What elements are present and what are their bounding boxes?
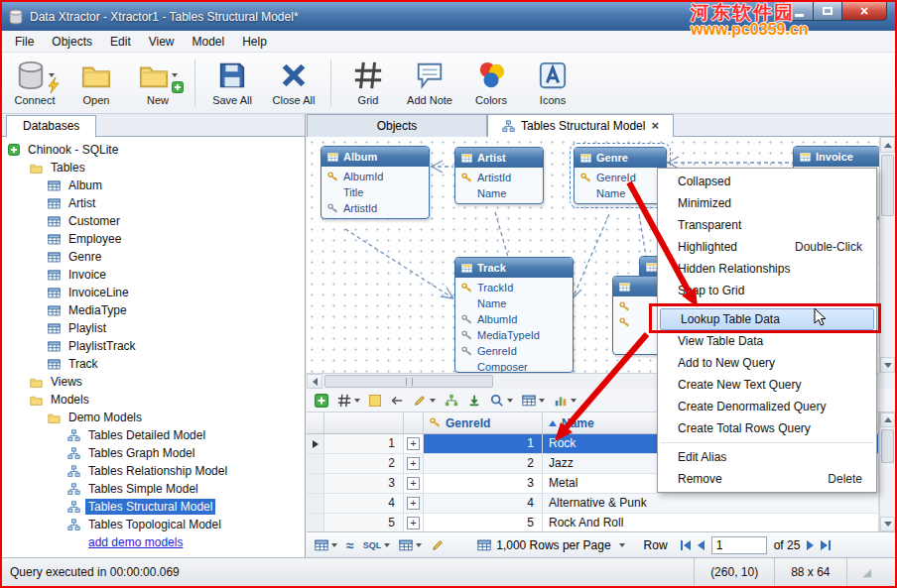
table-artist[interactable]: Artist ArtistId Name xyxy=(454,147,544,204)
layout-button[interactable] xyxy=(442,392,461,410)
tree-item-artist[interactable]: Artist xyxy=(2,194,305,212)
resize-grip[interactable] xyxy=(846,558,887,586)
context-menu-item-create-total-rows-query[interactable]: Create Total Rows Query xyxy=(658,417,876,439)
last-page-button[interactable] xyxy=(821,540,831,550)
tree-item-playlist[interactable]: Playlist xyxy=(2,319,305,337)
close-tab-icon[interactable] xyxy=(651,119,659,133)
context-menu-item-collapsed[interactable]: Collapsed xyxy=(658,171,876,192)
maximize-button[interactable] xyxy=(814,2,842,21)
expand-icon[interactable] xyxy=(8,144,20,156)
context-menu-item-create-denormalized-query[interactable]: Create Denormalized Query xyxy=(658,396,876,417)
tree-item-tables-structural-model[interactable]: Tables Structural Model xyxy=(2,498,305,516)
context-menu-item-view-table-data[interactable]: View Table Data xyxy=(658,330,876,352)
sql-button[interactable]: SQL xyxy=(361,539,393,551)
tree-item-playlisttrack[interactable]: PlaylistTrack xyxy=(2,337,305,355)
tree-item-tables-simple-model[interactable]: Tables Simple Model xyxy=(2,480,305,498)
colors-button[interactable]: Colors xyxy=(460,55,522,111)
context-menu-item-highlighted[interactable]: HighlightedDouble-Click xyxy=(658,236,876,258)
export-button[interactable] xyxy=(464,392,484,410)
zoom-button[interactable] xyxy=(487,392,516,410)
context-menu-item-remove[interactable]: RemoveDelete xyxy=(658,468,876,490)
tree-item-track[interactable]: Track xyxy=(2,355,305,373)
scroll-thumb[interactable] xyxy=(324,375,493,388)
tree-item-employee[interactable]: Employee xyxy=(2,230,305,248)
note-button[interactable] xyxy=(366,393,384,409)
scroll-thumb[interactable] xyxy=(881,429,894,463)
tree-item-invoice[interactable]: Invoice xyxy=(2,266,305,284)
tree-item-chinook-sqlite[interactable]: Chinook - SQLite xyxy=(2,141,305,159)
edit-button[interactable] xyxy=(429,537,447,553)
tree-item-tables-relationship-model[interactable]: Tables Relationship Model xyxy=(2,462,305,480)
chart-button[interactable] xyxy=(551,392,579,410)
row-expand-button[interactable] xyxy=(404,454,424,473)
menu-item-model[interactable]: Model xyxy=(184,32,234,52)
table-view-button[interactable] xyxy=(397,537,424,553)
context-menu-item-minimized[interactable]: Minimized xyxy=(658,192,876,214)
save-all-button[interactable]: Save All xyxy=(201,55,263,111)
data-button[interactable] xyxy=(519,392,548,410)
row-expand-button[interactable] xyxy=(404,434,424,453)
scroll-left-icon[interactable] xyxy=(307,374,322,389)
row-expand-button[interactable] xyxy=(404,494,424,513)
first-page-button[interactable] xyxy=(681,540,691,550)
tree-item-mediatype[interactable]: MediaType xyxy=(2,301,305,319)
table-row[interactable]: 4 4 Alternative & Punk xyxy=(307,494,879,514)
grid-options-button[interactable] xyxy=(334,392,363,410)
table-genre[interactable]: Genre GenreId Name xyxy=(574,147,667,204)
edit-button[interactable] xyxy=(410,392,439,410)
tree-item-invoiceline[interactable]: InvoiceLine xyxy=(2,284,305,301)
export-grid-button[interactable] xyxy=(313,537,339,553)
tab-tables-structural-model[interactable]: Tables Structural Model xyxy=(487,114,674,137)
tree-item-tables-topological-model[interactable]: Tables Topological Model xyxy=(2,516,305,533)
tree-item-tables[interactable]: Tables xyxy=(2,159,305,176)
menu-item-view[interactable]: View xyxy=(140,32,184,52)
icons-button[interactable]: Icons xyxy=(522,55,583,111)
grid-vscroll[interactable] xyxy=(879,412,895,531)
tab-databases[interactable]: Databases xyxy=(6,115,96,138)
close-button[interactable] xyxy=(842,2,887,21)
rows-per-page-button[interactable]: 1,000 Rows per Page xyxy=(477,538,624,552)
add-object-button[interactable] xyxy=(312,392,331,410)
close-all-button[interactable]: Close All xyxy=(263,55,324,111)
menu-item-help[interactable]: Help xyxy=(233,32,276,52)
context-menu-item-hidden-relationships[interactable]: Hidden Relationships xyxy=(658,258,876,280)
tree-item-models[interactable]: Models xyxy=(2,391,305,409)
row-expand-button[interactable] xyxy=(404,474,424,493)
add-demo-models-link[interactable]: add demo models xyxy=(2,533,305,551)
diagram-vscroll[interactable] xyxy=(879,137,895,373)
grid-button[interactable]: Grid xyxy=(337,55,399,111)
wave-button[interactable] xyxy=(344,536,356,554)
new-button[interactable]: New xyxy=(127,55,189,111)
tab-objects[interactable]: Objects xyxy=(307,114,487,137)
add-note-button[interactable]: Add Note xyxy=(399,55,460,111)
context-menu-item-transparent[interactable]: Transparent xyxy=(658,214,876,236)
row-expand-button[interactable] xyxy=(404,514,424,531)
open-button[interactable]: Open xyxy=(65,55,127,111)
menu-item-objects[interactable]: Objects xyxy=(43,32,101,52)
minimize-button[interactable] xyxy=(784,2,814,21)
tree-item-demo-models[interactable]: Demo Models xyxy=(2,409,305,426)
page-input[interactable] xyxy=(711,536,767,554)
tree-item-tables-detailed-model[interactable]: Tables Detailed Model xyxy=(2,426,305,444)
context-menu-item-edit-alias[interactable]: Edit Alias xyxy=(658,446,876,468)
menu-item-file[interactable]: File xyxy=(6,32,43,52)
context-menu-item-add-to-new-query[interactable]: Add to New Query xyxy=(658,352,876,374)
tree-item-album[interactable]: Album xyxy=(2,176,305,194)
connect-button[interactable]: Connect xyxy=(4,55,65,111)
scroll-up-icon[interactable] xyxy=(880,412,895,427)
grid-header-genreid[interactable]: GenreId xyxy=(424,412,543,433)
tree-item-tables-graph-model[interactable]: Tables Graph Model xyxy=(2,444,305,462)
connector-button[interactable] xyxy=(387,392,407,410)
tree-item-customer[interactable]: Customer xyxy=(2,212,305,230)
scroll-thumb[interactable] xyxy=(881,155,894,216)
next-page-button[interactable] xyxy=(807,540,814,550)
prev-page-button[interactable] xyxy=(698,540,705,550)
scroll-up-icon[interactable] xyxy=(880,137,895,153)
scroll-down-icon[interactable] xyxy=(880,517,895,531)
context-menu-item-create-new-text-query[interactable]: Create New Text Query xyxy=(658,374,876,396)
scroll-down-icon[interactable] xyxy=(880,357,895,373)
tree-item-views[interactable]: Views xyxy=(2,373,305,391)
menu-item-edit[interactable]: Edit xyxy=(101,32,140,52)
table-album[interactable]: Album AlbumId Title ArtistId xyxy=(320,146,430,219)
context-menu-item-snap-to-grid[interactable]: Snap to Grid xyxy=(658,280,876,301)
